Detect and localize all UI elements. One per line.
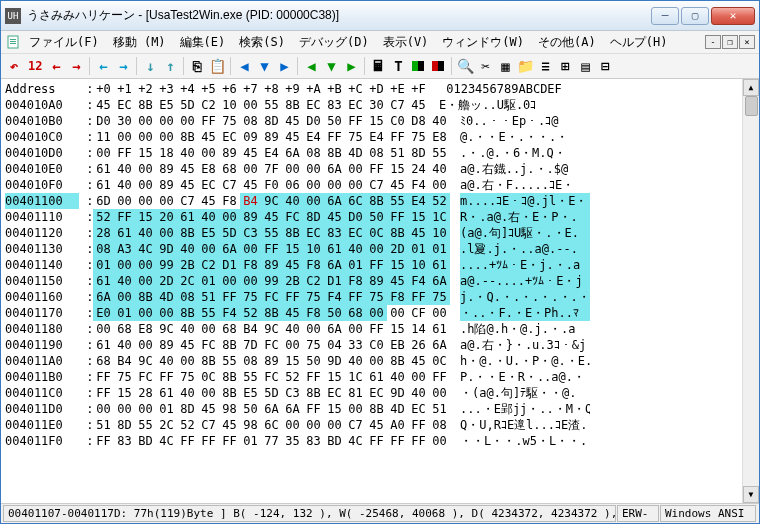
close-button[interactable]: ✕ <box>711 7 755 25</box>
down-icon[interactable]: ↓ <box>141 56 159 76</box>
hex-header: Address :+0+1+2+3+4+5+6+7+8+9+A+B+C+D+E+… <box>5 81 738 97</box>
back-icon[interactable]: ← <box>47 56 65 76</box>
hex-row[interactable]: 00401150 :6140002D2C010000992BC2D1F88945… <box>5 273 738 289</box>
up-icon[interactable]: ↑ <box>161 56 179 76</box>
mdi-restore-button[interactable]: ❐ <box>722 35 738 49</box>
flag-green-icon[interactable] <box>409 56 427 76</box>
statusbar: 00401107-0040117D: 77h(119)Byte ] B( -12… <box>1 503 759 523</box>
calc-icon[interactable]: 🖩 <box>369 56 387 76</box>
maximize-button[interactable]: ▢ <box>681 7 709 25</box>
go-down-icon[interactable]: ▼ <box>322 56 340 76</box>
nav-back-icon[interactable]: ← <box>94 56 112 76</box>
forward-icon[interactable]: → <box>67 56 85 76</box>
bookmark-left-icon[interactable]: ◀ <box>235 56 253 76</box>
menu-debug[interactable]: デバッグ(D) <box>293 32 375 53</box>
window-title: うさみみハリケーン - [UsaTest2Win.exe (PID: 00000… <box>27 7 651 24</box>
hex-row[interactable]: 004011C0 :FF15286140008BE55DC38BEC81EC9D… <box>5 385 738 401</box>
go-right-icon[interactable]: ▶ <box>342 56 360 76</box>
status-main: 00401107-0040117D: 77h(119)Byte ] B( -12… <box>3 505 616 522</box>
hex-row[interactable]: 00401140 :010000992BC2D1F88945F86A01FF15… <box>5 257 738 273</box>
nav-forward-icon[interactable]: → <box>114 56 132 76</box>
document-icon <box>5 34 21 50</box>
status-encoding: Windows ANSI <box>660 505 756 522</box>
svg-rect-1 <box>10 39 16 40</box>
hex-row[interactable]: 00401100 :6D000000C745F8B49C40006A6C8B55… <box>5 193 738 209</box>
scroll-thumb[interactable] <box>745 96 758 116</box>
scroll-down-button[interactable]: ▼ <box>743 486 759 503</box>
bookmark-down-icon[interactable]: ▼ <box>255 56 273 76</box>
minimize-button[interactable]: ─ <box>651 7 679 25</box>
scroll-up-button[interactable]: ▲ <box>743 79 759 96</box>
flag-red-icon[interactable] <box>429 56 447 76</box>
main-window: UH うさみみハリケーン - [UsaTest2Win.exe (PID: 00… <box>0 0 760 524</box>
mdi-close-button[interactable]: × <box>739 35 755 49</box>
status-erw: ERW- <box>617 505 659 522</box>
copy-icon[interactable]: ⎘ <box>188 56 206 76</box>
hex-row[interactable]: 004011E0 :518D552C52C745986C000000C745A0… <box>5 417 738 433</box>
menu-edit[interactable]: 編集(E) <box>174 32 232 53</box>
svg-rect-2 <box>10 41 16 42</box>
binoculars-icon[interactable]: 🔍 <box>456 56 474 76</box>
hex-row[interactable]: 004011A0 :68B49C40008B55088915509D40008B… <box>5 353 738 369</box>
tools-icon[interactable]: ✂ <box>476 56 494 76</box>
hex-row[interactable]: 00401120 :286140008BE55DC3558BEC83EC0C8B… <box>5 225 738 241</box>
menu-other[interactable]: その他(A) <box>532 32 602 53</box>
hex-row[interactable]: 004010C0 :110000008B45EC098945E4FF75E4FF… <box>5 129 738 145</box>
undo-icon[interactable]: ↶ <box>5 56 23 76</box>
list-icon[interactable]: ≡ <box>536 56 554 76</box>
menu-move[interactable]: 移動 (M) <box>107 32 172 53</box>
process-icon[interactable]: ⊟ <box>596 56 614 76</box>
hex-row[interactable]: 004010F0 :6140008945ECC745F006000000C745… <box>5 177 738 193</box>
hex-view[interactable]: Address :+0+1+2+3+4+5+6+7+8+9+A+B+C+D+E+… <box>1 79 759 503</box>
svg-rect-3 <box>10 43 16 44</box>
hex-row[interactable]: 00401110 :52FF15206140008945FC8D45D050FF… <box>5 209 738 225</box>
hex-row[interactable]: 00401180 :0068E89C400068B49C40006A00FF15… <box>5 321 738 337</box>
app-icon: UH <box>5 8 21 24</box>
titlebar[interactable]: UH うさみみハリケーン - [UsaTest2Win.exe (PID: 00… <box>1 1 759 31</box>
hex-row[interactable]: 004011D0 :000000018D4598506A6AFF15008B4D… <box>5 401 738 417</box>
menu-help[interactable]: ヘルプ(H) <box>604 32 674 53</box>
menu-view[interactable]: 表示(V) <box>377 32 435 53</box>
vertical-scrollbar[interactable]: ▲ ▼ <box>742 79 759 503</box>
hex-row[interactable]: 00401130 :08A34C9D40006A00FF15106140002D… <box>5 241 738 257</box>
menu-window[interactable]: ウィンドウ(W) <box>436 32 530 53</box>
hex-row[interactable]: 004010D0 :00FF151840008945E46A088B4D0851… <box>5 145 738 161</box>
paste-icon[interactable]: 📋 <box>208 56 226 76</box>
grid-icon[interactable]: ▦ <box>496 56 514 76</box>
menubar: ファイル(F) 移動 (M) 編集(E) 検索(S) デバッグ(D) 表示(V)… <box>1 31 759 53</box>
hex-row[interactable]: 00401190 :6140008945FC8B7DFC00750433C0EB… <box>5 337 738 353</box>
toolbar: ↶ 12 ← → ← → ↓ ↑ ⎘ 📋 ◀ ▼ ▶ ◀ ▼ ▶ 🖩 T 🔍 ✂… <box>1 53 759 79</box>
hex-row[interactable]: 004011F0 :FF83BD4CFFFFFF01773583BD4CFFFF… <box>5 433 738 449</box>
go-left-icon[interactable]: ◀ <box>302 56 320 76</box>
mdi-minimize-button[interactable]: - <box>705 35 721 49</box>
hex-row[interactable]: 004010B0 :D030000000FF75088D45D050FF15C0… <box>5 113 738 129</box>
memory-icon[interactable]: ▤ <box>576 56 594 76</box>
text-icon[interactable]: T <box>389 56 407 76</box>
folder-icon[interactable]: 📁 <box>516 56 534 76</box>
bookmark-right-icon[interactable]: ▶ <box>275 56 293 76</box>
hex-row[interactable]: 004010A0 :45EC8BE55DC21000558BEC83EC30C7… <box>5 97 738 113</box>
window-icon[interactable]: ⊞ <box>556 56 574 76</box>
menu-file[interactable]: ファイル(F) <box>23 32 105 53</box>
hex-row[interactable]: 004011B0 :FF75FCFF750C8B55FC52FF151C6140… <box>5 369 738 385</box>
toolbar-number: 12 <box>25 59 45 73</box>
hex-row[interactable]: 004010E0 :6140008945E868007F00006A00FF15… <box>5 161 738 177</box>
menu-search[interactable]: 検索(S) <box>233 32 291 53</box>
hex-row[interactable]: 00401170 :E00100008B55F4528B45F850680000… <box>5 305 738 321</box>
hex-row[interactable]: 00401160 :6A008B4D0851FF75FCFF75F4FF75F8… <box>5 289 738 305</box>
